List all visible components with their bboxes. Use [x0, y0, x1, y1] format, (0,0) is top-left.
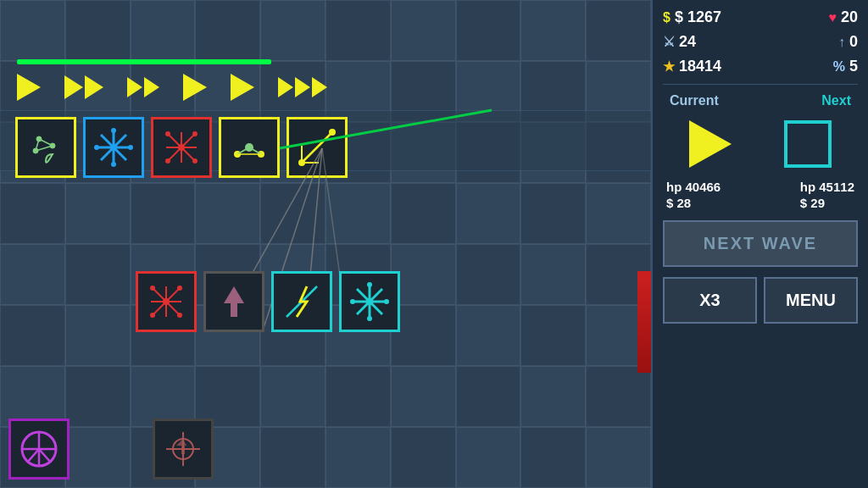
grid-cell — [326, 0, 391, 61]
game-area — [0, 0, 651, 488]
next-enemy-square — [784, 120, 832, 168]
current-enemy-stats: hp 40466 $ 28 — [666, 180, 721, 210]
svg-point-14 — [128, 145, 133, 150]
svg-marker-57 — [224, 286, 244, 303]
star-icon: ★ — [663, 58, 675, 75]
grid-cell — [0, 244, 65, 305]
next-cost: $ 29 — [800, 196, 854, 210]
grid-cell — [586, 0, 651, 61]
tower-splitter[interactable] — [151, 117, 212, 178]
next-enemy-stats: hp 45112 $ 29 — [800, 180, 854, 210]
grid-cell — [586, 183, 651, 244]
x3-button[interactable]: X3 — [663, 277, 757, 324]
grid-cell — [520, 0, 586, 61]
svg-point-64 — [366, 298, 373, 305]
svg-line-45 — [153, 288, 166, 302]
svg-point-50 — [150, 313, 155, 318]
svg-rect-78 — [181, 446, 185, 454]
grid-cell — [260, 0, 326, 61]
grid-cell — [195, 183, 260, 244]
progress-bar — [17, 59, 271, 64]
grid-cell — [586, 427, 651, 488]
grid-cell — [0, 305, 65, 366]
svg-point-46 — [150, 286, 155, 291]
current-enemy-triangle — [689, 120, 732, 168]
svg-point-19 — [192, 131, 198, 136]
svg-point-21 — [165, 158, 170, 164]
svg-point-66 — [367, 316, 372, 321]
grid-cell — [131, 0, 196, 61]
next-label: Next — [821, 93, 851, 108]
stat-row-star-percent: ★ 18414 % 5 — [663, 56, 858, 77]
current-cost: $ 28 — [666, 196, 721, 210]
wave-arrow-1 — [17, 74, 41, 101]
grid-cell — [456, 427, 521, 488]
svg-point-38 — [298, 159, 305, 166]
svg-point-11 — [111, 128, 116, 133]
hearts-stat: ♥ 20 — [828, 8, 858, 26]
svg-line-47 — [166, 288, 180, 302]
svg-line-49 — [153, 302, 166, 315]
tower-up-arrow[interactable] — [203, 271, 264, 332]
arrow-up-icon: ↑ — [838, 35, 845, 50]
money-stat: $ $ 1267 — [663, 8, 721, 26]
grid-cell — [0, 0, 65, 61]
grid-cell — [520, 305, 586, 366]
grid-cell — [520, 366, 586, 427]
grid-cell — [391, 305, 456, 366]
tower-water[interactable] — [15, 117, 76, 178]
tower-crosshair[interactable] — [153, 419, 214, 480]
grid-cell — [520, 427, 586, 488]
menu-button[interactable]: MENU — [764, 277, 858, 324]
wave-arrow-3 — [127, 77, 159, 97]
tower-target[interactable] — [287, 117, 348, 178]
svg-point-12 — [111, 162, 116, 167]
tower-nodes[interactable] — [219, 117, 280, 178]
percent-stat: % 5 — [833, 58, 858, 75]
tower-row-1 — [15, 117, 348, 178]
grid-cell — [456, 0, 521, 61]
sword-value: 24 — [679, 33, 696, 51]
wave-arrow-4 — [183, 74, 207, 101]
star-stat: ★ 18414 — [663, 58, 721, 75]
grid-cell — [65, 366, 131, 427]
percent-icon: % — [833, 59, 845, 75]
next-hp: hp 45112 — [800, 180, 854, 194]
arrow-up-value: 0 — [849, 33, 858, 51]
wave-arrow-2 — [64, 75, 103, 99]
svg-point-65 — [367, 282, 372, 287]
grid-cell — [65, 0, 131, 61]
current-label: Current — [670, 93, 719, 108]
next-wave-button[interactable]: NEXT WAVE — [663, 220, 858, 267]
svg-point-17 — [165, 131, 170, 136]
grid-cell — [260, 366, 326, 427]
tower-peace[interactable] — [8, 419, 70, 480]
tower-ice[interactable] — [83, 117, 144, 178]
grid-cell — [456, 183, 521, 244]
svg-line-3 — [39, 139, 53, 146]
grid-cell — [391, 183, 456, 244]
tower-lightning[interactable] — [271, 271, 332, 332]
sword-stat: ⚔ 24 — [663, 33, 696, 51]
svg-point-23 — [192, 158, 198, 164]
grid-cell — [391, 427, 456, 488]
grid-cell — [326, 427, 391, 488]
stat-row-sword-arrow: ⚔ 24 ↑ 0 — [663, 31, 858, 53]
tower-row-2 — [136, 271, 400, 332]
divider-1 — [663, 84, 858, 85]
wave-arrow-5 — [231, 74, 254, 101]
grid-cell — [65, 305, 131, 366]
svg-rect-58 — [231, 303, 237, 317]
tower-splitter-2[interactable] — [136, 271, 197, 332]
svg-line-34 — [302, 132, 332, 163]
grid-cell — [520, 244, 586, 305]
grid-cell — [65, 244, 131, 305]
grid-cell — [391, 0, 456, 61]
grid-cell — [65, 183, 131, 244]
svg-line-5 — [36, 146, 53, 151]
svg-line-72 — [27, 449, 39, 463]
svg-line-22 — [181, 147, 195, 161]
tower-ice-2[interactable] — [339, 271, 400, 332]
percent-value: 5 — [849, 58, 858, 75]
enemy-preview — [663, 114, 858, 175]
